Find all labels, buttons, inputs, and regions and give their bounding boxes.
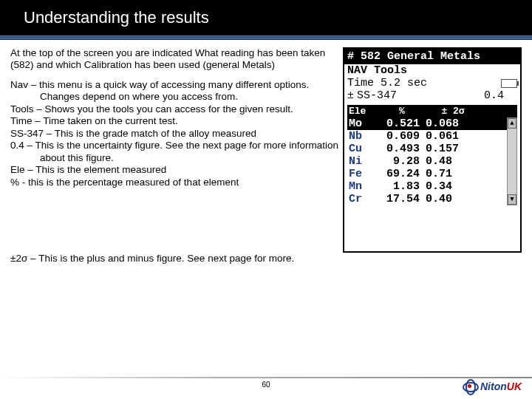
- device-alloy: SS-347: [357, 89, 397, 102]
- logo: NitonUK: [462, 378, 522, 395]
- table-wrap: Mo0.5210.068Nb0.6090.061Cu0.4930.157Ni9.…: [347, 117, 517, 205]
- table-body: Mo0.5210.068Nb0.6090.061Cu0.4930.157Ni9.…: [347, 117, 507, 205]
- logo-uk: UK: [507, 381, 522, 392]
- cell-pct: 0.493: [368, 143, 423, 155]
- logo-niton: Niton: [480, 381, 507, 392]
- col-sigma: ± 2σ: [427, 106, 479, 117]
- last-definition: ±2σ – This is the plus and minus figure.…: [0, 253, 532, 264]
- device-alloy-value: 0.4: [484, 89, 504, 102]
- footer: NitonUK: [0, 377, 532, 399]
- definitions-list: Nav – this menu is a quick way of access…: [10, 79, 338, 188]
- table-row: Ni9.280.48: [347, 155, 507, 168]
- cell-pct: 17.54: [368, 193, 423, 205]
- atom-icon: [462, 378, 478, 395]
- cell-sigma: 0.40: [423, 193, 477, 205]
- cell-ele: Nb: [347, 130, 368, 143]
- cell-pct: 1.83: [368, 180, 423, 193]
- cell-ele: Mo: [347, 117, 368, 130]
- cell-sigma: 0.061: [423, 130, 477, 143]
- table-row: Mn1.830.34: [347, 180, 507, 193]
- page-title: Understanding the results: [24, 8, 209, 27]
- definition-item: Tools – Shows you the tools you can acce…: [10, 103, 338, 115]
- definition-item: Ele – This is the element measured: [10, 164, 338, 176]
- text-column: At the top of the screen you are indicat…: [10, 47, 338, 253]
- device-time-row: Time 5.2 sec: [344, 77, 520, 89]
- definition-item: 0.4 – This is the uncertainty figure. Se…: [10, 140, 338, 164]
- content-area: At the top of the screen you are indicat…: [0, 40, 532, 253]
- definition-item: % - this is the percentage measured of t…: [10, 177, 338, 188]
- device-time: Time 5.2 sec: [347, 77, 427, 89]
- cell-pct: 0.609: [368, 130, 423, 143]
- cell-pct: 69.24: [368, 168, 423, 180]
- definition-item: Nav – this menu is a quick way of access…: [10, 79, 338, 103]
- cell-ele: Mn: [347, 180, 368, 193]
- cell-ele: Cr: [347, 193, 368, 205]
- scrollbar[interactable]: ▲ ▼: [507, 117, 517, 205]
- table-row: Mo0.5210.068: [347, 117, 507, 130]
- definition-item: SS-347 – This is the grade match of the …: [10, 128, 338, 140]
- col-ele: Ele: [349, 106, 377, 117]
- device-alloy-row: ± SS-347 0.4: [344, 89, 520, 102]
- table-row: Cu0.4930.157: [347, 143, 507, 155]
- table-row: Fe69.240.71: [347, 168, 507, 180]
- logo-text: NitonUK: [480, 381, 522, 392]
- cell-ele: Ni: [347, 155, 368, 168]
- scroll-up-icon[interactable]: ▲: [508, 118, 516, 129]
- device-screenshot: # 582 General Metals NAV Tools Time 5.2 …: [343, 47, 522, 253]
- cell-pct: 9.28: [368, 155, 423, 168]
- cell-sigma: 0.71: [423, 168, 477, 180]
- cell-sigma: 0.157: [423, 143, 477, 155]
- plus-minus-icon: ±: [347, 89, 354, 102]
- footer-line: [0, 377, 532, 378]
- battery-icon: [501, 79, 517, 88]
- cell-sigma: 0.068: [423, 117, 477, 130]
- cell-pct: 0.521: [368, 117, 423, 130]
- table-row: Nb0.6090.061: [347, 130, 507, 143]
- col-pct: %: [377, 106, 427, 117]
- cell-sigma: 0.48: [423, 155, 477, 168]
- device-header: # 582 General Metals: [344, 49, 520, 64]
- device-nav-row: NAV Tools: [344, 64, 520, 77]
- table-header: Ele % ± 2σ: [347, 105, 517, 117]
- cell-ele: Fe: [347, 168, 368, 180]
- title-bar: Understanding the results: [0, 0, 532, 35]
- scroll-down-icon[interactable]: ▼: [508, 194, 516, 205]
- intro-paragraph: At the top of the screen you are indicat…: [10, 47, 338, 72]
- table-row: Cr17.540.40: [347, 193, 507, 205]
- cell-ele: Cu: [347, 143, 368, 155]
- cell-sigma: 0.34: [423, 180, 477, 193]
- definition-item: Time – Time taken on the current test.: [10, 115, 338, 127]
